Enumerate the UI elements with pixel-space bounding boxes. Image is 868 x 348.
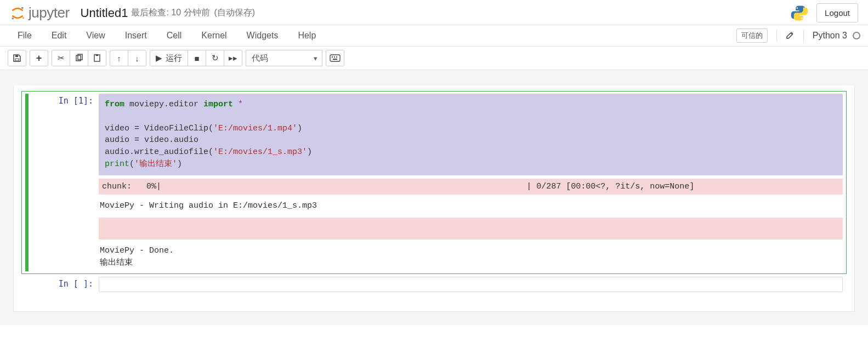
output-stderr [99, 218, 843, 239]
add-cell-button[interactable]: + [30, 50, 48, 66]
page-background: In [1]:from moviepy.editor import * vide… [0, 70, 868, 325]
menu-edit[interactable]: Edit [42, 31, 77, 41]
python-icon [790, 4, 809, 22]
kernel-status-icon [853, 32, 860, 39]
jupyter-icon [10, 5, 25, 21]
cell-body: from moviepy.editor import * video = Vid… [99, 94, 843, 271]
restart-icon: ↻ [212, 53, 219, 63]
menus: FileEditViewInsertCellKernelWidgetsHelp [8, 31, 326, 41]
menubar: FileEditViewInsertCellKernelWidgetsHelp … [0, 25, 868, 47]
svg-point-3 [797, 7, 798, 9]
svg-point-2 [22, 17, 24, 19]
save-button[interactable] [8, 50, 26, 66]
save-icon [13, 54, 21, 62]
menu-help[interactable]: Help [288, 31, 326, 41]
jupyter-logo[interactable]: jupyter [10, 4, 70, 21]
cell-gutter [25, 94, 29, 271]
cell-gutter [25, 277, 29, 292]
notebook-title[interactable]: Untitled1 [81, 6, 128, 20]
code-cell[interactable]: In [ ]: [21, 274, 847, 295]
copy-button[interactable] [70, 50, 88, 66]
menu-widgets[interactable]: Widgets [237, 31, 288, 41]
cut-button[interactable]: ✂ [52, 50, 70, 66]
stop-button[interactable]: ■ [188, 50, 206, 66]
restart-button[interactable]: ↻ [206, 50, 224, 66]
header: jupyter Untitled1 最后检查: 10 分钟前 (自动保存) Lo… [0, 0, 868, 25]
paste-button[interactable] [88, 50, 106, 66]
separator [803, 30, 804, 42]
paste-icon [93, 54, 101, 62]
kernel-name[interactable]: Python 3 [813, 31, 847, 41]
code-cell[interactable]: In [1]:from moviepy.editor import * vide… [21, 91, 847, 274]
fast-forward-icon: ▸▸ [229, 53, 237, 63]
arrow-down-icon: ↓ [135, 54, 139, 63]
menu-view[interactable]: View [76, 31, 115, 41]
copy-icon [75, 54, 83, 62]
input-prompt: In [1]: [33, 94, 99, 271]
restart-run-all-button[interactable]: ▸▸ [224, 50, 242, 66]
run-icon: ▶ [156, 53, 162, 63]
move-down-button[interactable]: ↓ [128, 50, 146, 66]
logout-button[interactable]: Logout [816, 3, 858, 22]
cell-output: chunk: 0%| | 0/287 [00:00<?, ?it/s, now=… [99, 179, 843, 271]
cell-type-value: 代码 [252, 53, 268, 64]
menu-kernel[interactable]: Kernel [191, 31, 236, 41]
menu-insert[interactable]: Insert [115, 31, 157, 41]
svg-rect-5 [15, 59, 19, 61]
output-stderr: chunk: 0%| | 0/287 [00:00<?, ?it/s, now=… [99, 179, 843, 195]
svg-rect-6 [15, 55, 18, 57]
logo-text: jupyter [29, 4, 70, 21]
menu-cell[interactable]: Cell [157, 31, 192, 41]
stop-icon: ■ [194, 54, 199, 63]
menu-file[interactable]: File [8, 31, 42, 41]
svg-rect-12 [332, 56, 333, 58]
autosave-status: (自动保存) [214, 7, 256, 19]
svg-point-1 [12, 17, 14, 19]
svg-rect-10 [96, 54, 98, 56]
svg-point-4 [801, 18, 803, 19]
command-palette-button[interactable] [326, 50, 344, 66]
code-input[interactable] [99, 277, 843, 292]
code-input[interactable]: from moviepy.editor import * video = Vid… [99, 94, 843, 175]
trusted-indicator[interactable]: 可信的 [736, 28, 768, 43]
notebook: In [1]:from moviepy.editor import * vide… [13, 85, 855, 312]
svg-point-0 [21, 7, 24, 9]
plus-icon: + [36, 53, 42, 64]
edit-icon[interactable] [786, 31, 795, 41]
keyboard-icon [330, 54, 341, 62]
run-label: 运行 [166, 53, 182, 64]
svg-rect-11 [330, 55, 340, 61]
input-prompt: In [ ]: [33, 277, 99, 292]
output-text: MoviePy - Done. 输出结束 [99, 243, 843, 271]
svg-rect-15 [333, 59, 337, 60]
cell-type-select[interactable]: 代码 [246, 50, 322, 66]
output-text: MoviePy - Writing audio in E:/movies/1_s… [99, 198, 843, 214]
cut-icon: ✂ [58, 53, 65, 63]
toolbar: + ✂ ↑ ↓ ▶ 运行 ■ ↻ ▸▸ 代码 [0, 47, 868, 70]
arrow-up-icon: ↑ [117, 54, 121, 63]
svg-rect-14 [336, 56, 337, 58]
cell-body [99, 277, 843, 292]
checkpoint-status: 最后检查: 10 分钟前 [131, 7, 209, 19]
run-button[interactable]: ▶ 运行 [150, 50, 188, 66]
separator [776, 30, 777, 42]
move-up-button[interactable]: ↑ [110, 50, 128, 66]
svg-rect-13 [334, 56, 335, 58]
